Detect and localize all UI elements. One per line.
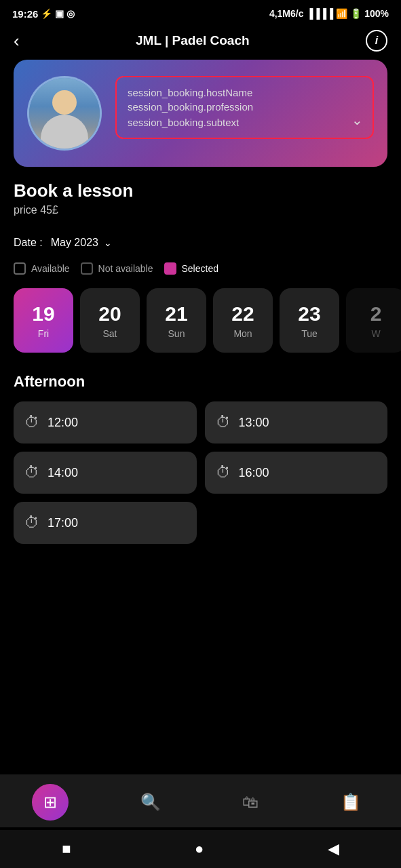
- nav-item-shop[interactable]: 🛍: [232, 784, 269, 821]
- calendar-day-21[interactable]: 21 Sun: [147, 288, 206, 353]
- time-grid: ⏱ 12:00 ⏱ 13:00 ⏱ 14:00 ⏱ 16:00 ⏱ 17:00: [14, 401, 387, 544]
- android-home-button[interactable]: ●: [195, 840, 204, 858]
- legend-available: Available: [14, 262, 70, 275]
- time-slot-1200[interactable]: ⏱ 12:00: [14, 401, 197, 443]
- book-price: price 45£: [14, 204, 387, 216]
- calendar-day-20[interactable]: 20 Sat: [80, 288, 140, 353]
- time-slot-1300[interactable]: ⏱ 13:00: [205, 401, 388, 443]
- selected-indicator: [164, 262, 176, 275]
- calendar-day-22[interactable]: 22 Mon: [213, 288, 273, 353]
- time-label: 17:00: [47, 516, 78, 530]
- day-name: W: [371, 328, 380, 339]
- status-right: 4,1M6/с ▐▐▐▐ 📶 🔋 100%: [269, 8, 389, 19]
- profile-info-box[interactable]: session_booking.hostName session_booking…: [115, 76, 374, 139]
- calendar-nav-icon-wrap: ⊞: [32, 784, 69, 821]
- time-label: 14:00: [47, 466, 78, 480]
- clock-icon: ⏱: [216, 464, 231, 481]
- afternoon-section: Afternoon ⏱ 12:00 ⏱ 13:00 ⏱ 14:00 ⏱ 16:0…: [0, 373, 401, 544]
- book-section: Book a lesson price 45£: [0, 180, 401, 237]
- time-label: 13:00: [239, 416, 269, 430]
- day-number: 2: [370, 302, 382, 326]
- chevron-down-icon: ⌄: [351, 112, 363, 128]
- profile-card: session_booking.hostName session_booking…: [14, 60, 387, 167]
- book-title: Book a lesson: [14, 180, 387, 201]
- android-square-button[interactable]: ■: [62, 840, 71, 858]
- status-left: 19:26 ⚡ ▣ ◎: [12, 8, 75, 20]
- docs-icon: 📋: [341, 793, 361, 812]
- avatar: [27, 76, 102, 151]
- time-slot-1400[interactable]: ⏱ 14:00: [14, 452, 197, 494]
- profile-subtext: session_booking.subtext: [128, 117, 362, 128]
- android-nav-bar: ■ ● ◀: [0, 830, 401, 868]
- top-nav: ‹ JML | Padel Coach i: [0, 24, 401, 60]
- search-nav-icon-wrap: 🔍: [132, 784, 169, 821]
- status-time: 19:26: [12, 8, 38, 20]
- shop-icon: 🛍: [242, 793, 259, 812]
- day-number: 22: [231, 302, 254, 326]
- notification-icon: ▣: [55, 8, 64, 19]
- signal-icon: ▐▐▐▐: [307, 8, 334, 19]
- shop-nav-icon-wrap: 🛍: [232, 784, 269, 821]
- charging-icon: ⚡: [41, 8, 52, 19]
- date-picker[interactable]: May 2023 ⌄: [51, 237, 112, 249]
- battery-charging-icon: 🔋: [350, 8, 362, 19]
- time-label: 16:00: [239, 466, 269, 480]
- legend-not-available: Not available: [81, 262, 153, 275]
- day-number: 23: [298, 302, 320, 326]
- day-number: 20: [98, 302, 121, 326]
- avatar-image: [29, 78, 100, 149]
- clock-icon: ⏱: [216, 414, 231, 431]
- host-name: session_booking.hostName: [128, 87, 362, 98]
- date-label: Date :: [14, 237, 43, 249]
- clock-icon: ⏱: [24, 414, 39, 431]
- date-picker-chevron-icon: ⌄: [104, 237, 112, 248]
- calendar-day-19[interactable]: 19 Fri: [14, 288, 73, 353]
- android-back-button[interactable]: ◀: [328, 840, 339, 858]
- calendar-row: 19 Fri 20 Sat 21 Sun 22 Mon 23 Tue 2 W: [0, 288, 401, 353]
- day-name: Fri: [38, 328, 49, 339]
- available-indicator: [14, 262, 26, 275]
- nav-item-docs[interactable]: 📋: [332, 784, 369, 821]
- profession: session_booking.profession: [128, 101, 362, 113]
- day-name: Sun: [168, 328, 185, 339]
- calendar-day-partial[interactable]: 2 W: [346, 288, 401, 353]
- page-title: JML | Padel Coach: [136, 33, 250, 48]
- day-name: Mon: [233, 328, 252, 339]
- afternoon-title: Afternoon: [14, 373, 387, 391]
- back-button[interactable]: ‹: [14, 32, 20, 50]
- day-number: 19: [32, 302, 54, 326]
- status-bar: 19:26 ⚡ ▣ ◎ 4,1M6/с ▐▐▐▐ 📶 🔋 100%: [0, 0, 401, 24]
- selected-label: Selected: [182, 263, 218, 274]
- date-row: Date : May 2023 ⌄: [0, 237, 401, 249]
- search-icon: 🔍: [140, 793, 161, 812]
- day-number: 21: [165, 302, 187, 326]
- available-label: Available: [31, 263, 70, 274]
- nav-item-search[interactable]: 🔍: [132, 784, 169, 821]
- media-icon: ◎: [66, 8, 75, 19]
- time-slot-1600[interactable]: ⏱ 16:00: [205, 452, 388, 494]
- day-name: Tue: [301, 328, 318, 339]
- not-available-indicator: [81, 262, 93, 275]
- legend: Available Not available Selected: [0, 262, 401, 275]
- nav-item-calendar[interactable]: ⊞: [32, 784, 69, 821]
- bottom-nav: ⊞ 🔍 🛍 📋: [0, 774, 401, 827]
- day-name: Sat: [102, 328, 117, 339]
- calendar-day-23[interactable]: 23 Tue: [280, 288, 339, 353]
- time-slot-1700[interactable]: ⏱ 17:00: [14, 502, 197, 544]
- date-picker-value: May 2023: [51, 237, 98, 249]
- clock-icon: ⏱: [24, 464, 39, 481]
- docs-nav-icon-wrap: 📋: [332, 784, 369, 821]
- calendar-icon: ⊞: [43, 793, 57, 812]
- time-label: 12:00: [47, 416, 78, 430]
- info-icon: i: [375, 35, 378, 47]
- legend-selected: Selected: [164, 262, 218, 275]
- battery-percent: 100%: [364, 8, 389, 19]
- not-available-label: Not available: [98, 263, 153, 274]
- info-button[interactable]: i: [366, 30, 387, 52]
- data-speed: 4,1M6/с: [269, 8, 304, 19]
- clock-icon: ⏱: [24, 514, 39, 532]
- wifi-icon: 📶: [336, 8, 347, 19]
